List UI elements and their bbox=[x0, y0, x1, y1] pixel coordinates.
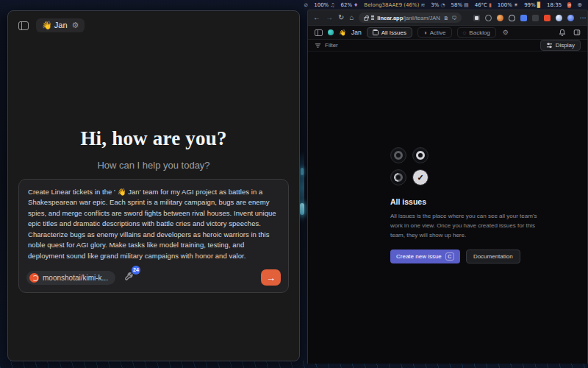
url-path: /janii/team/JANAPP/all bbox=[403, 15, 440, 21]
prompt-toolbar: moonshotai/kimi-k... 24 → bbox=[19, 264, 288, 292]
browser-window: ← → ↻ ⌂ linear.app/janii/team/JANAPP/all… bbox=[307, 10, 588, 364]
brightness-icon: ☀ bbox=[514, 2, 518, 8]
cloud-extension-icon[interactable] bbox=[509, 15, 515, 21]
volume-status: 100% ♫ bbox=[314, 2, 334, 8]
all-issues-empty-state: ✓ All issues All issues is the place whe… bbox=[390, 147, 545, 263]
wifi-status: Belong38AAE9 (46%) ≋ bbox=[364, 2, 425, 8]
wifi-icon: ≋ bbox=[420, 2, 425, 8]
empty-state-description: All issues is the place where you can se… bbox=[390, 212, 545, 240]
filter-bar: Filter Display bbox=[308, 40, 587, 52]
desktop: 👋 Jan ⚙ Hi, how are you? How can I help … bbox=[0, 0, 588, 368]
filter-icon bbox=[315, 43, 321, 49]
documentation-button[interactable]: Documentation bbox=[466, 250, 520, 263]
workspace-avatar[interactable] bbox=[328, 29, 334, 35]
tab-all-issues[interactable]: All Issues bbox=[367, 27, 412, 38]
extensions-row: ⋯ ✕ bbox=[473, 14, 588, 21]
status-in-progress-icon bbox=[390, 169, 406, 185]
welcome-hero: Hi, how are you? How can I help you toda… bbox=[8, 127, 299, 171]
battery-status: 99% ▊ bbox=[524, 2, 541, 8]
reload-button[interactable]: ↻ bbox=[338, 14, 344, 21]
filter-button[interactable]: Filter bbox=[315, 42, 338, 49]
team-name[interactable]: Jan bbox=[351, 29, 362, 36]
tools-button[interactable]: 24 bbox=[124, 271, 134, 284]
overflow-menu-icon[interactable]: ⋯ bbox=[579, 14, 587, 21]
prompt-text[interactable]: Create Linear tickets in the ' 👋 Jan' te… bbox=[19, 180, 288, 264]
wallpaper-glow bbox=[300, 203, 304, 215]
memory-icon: ▤ bbox=[464, 2, 469, 8]
tools-count-badge: 24 bbox=[132, 266, 140, 275]
sphere-extension-icon[interactable] bbox=[556, 15, 562, 21]
screenshot-extension-icon[interactable] bbox=[532, 15, 539, 21]
system-status-bar: ⊘ 100% ♫ 62% ♦ Belong38AAE9 (46%) ≋ 3% ◔… bbox=[304, 0, 588, 10]
wallpaper-glow bbox=[301, 168, 304, 175]
thermometer-icon: ▮ bbox=[489, 2, 492, 8]
status-todo-icon bbox=[412, 147, 429, 163]
dnd-icon[interactable]: ⊘ bbox=[304, 2, 308, 8]
browser-toolbar: ← → ↻ ⌂ linear.app/janii/team/JANAPP/all… bbox=[308, 10, 587, 25]
ghost-extension-icon[interactable] bbox=[567, 15, 574, 21]
assistant-settings-icon[interactable]: ⚙ bbox=[72, 21, 79, 29]
create-new-issue-button[interactable]: Create new issue C bbox=[390, 250, 460, 263]
temperature-status: 46°C ▮ bbox=[475, 2, 492, 8]
mic-icon: ♦ bbox=[354, 2, 358, 8]
ring-extension-icon[interactable] bbox=[485, 15, 492, 21]
model-selector[interactable]: moonshotai/kimi-k... bbox=[26, 271, 115, 285]
prompt-input[interactable]: Create Linear tickets in the ' 👋 Jan' te… bbox=[18, 179, 289, 293]
empty-state-title: All issues bbox=[390, 197, 545, 206]
shortcut-badge: C bbox=[445, 252, 454, 261]
send-arrow-icon: → bbox=[266, 272, 276, 283]
red-extension-icon[interactable] bbox=[544, 15, 551, 21]
linear-sidebar-toggle-icon[interactable] bbox=[315, 29, 323, 36]
linear-app: 👋 Jan All Issues ◑ Active ◌ Backlog ⚙ bbox=[308, 25, 587, 364]
moonshot-logo-icon bbox=[29, 273, 39, 283]
sidebar-toggle-icon[interactable] bbox=[18, 21, 29, 30]
page-doc-icon[interactable]: 🗎 bbox=[443, 15, 448, 21]
home-button[interactable]: ⌂ bbox=[349, 14, 354, 21]
all-issues-icon bbox=[373, 29, 379, 35]
jan-app-window: 👋 Jan ⚙ Hi, how are you? How can I help … bbox=[7, 10, 300, 361]
back-button[interactable]: ← bbox=[313, 14, 320, 21]
clock: 18:35 bbox=[547, 2, 562, 8]
site-extension-icon bbox=[371, 15, 375, 20]
greeting-subtitle: How can I help you today? bbox=[8, 160, 299, 171]
assistant-selector[interactable]: 👋 Jan ⚙ bbox=[36, 18, 85, 32]
send-button[interactable]: → bbox=[261, 269, 281, 286]
url-host: linear.app bbox=[377, 15, 403, 21]
tab-active[interactable]: ◑ Active bbox=[417, 27, 452, 38]
display-button[interactable]: Display bbox=[540, 40, 581, 51]
views-settings-icon[interactable]: ⚙ bbox=[503, 29, 509, 36]
mail-icon[interactable]: ✉ bbox=[567, 2, 571, 8]
forward-button[interactable]: → bbox=[326, 14, 333, 21]
orange-extension-icon[interactable] bbox=[497, 15, 503, 21]
model-name: moonshotai/kimi-k... bbox=[43, 274, 108, 282]
assistant-label: 👋 Jan bbox=[42, 21, 68, 30]
team-emoji: 👋 bbox=[339, 29, 346, 36]
address-bar[interactable]: linear.app/janii/team/JANAPP/all 🗎 🗨 bbox=[359, 13, 462, 23]
tab-backlog[interactable]: ◌ Backlog bbox=[457, 27, 496, 38]
brightness-status: 100% ☀ bbox=[498, 2, 518, 8]
right-panel-icon[interactable] bbox=[573, 29, 581, 36]
battery-icon: ▊ bbox=[537, 2, 541, 8]
status-done-icon: ✓ bbox=[412, 169, 429, 185]
greeting-title: Hi, how are you? bbox=[8, 127, 299, 150]
volume-icon: ♫ bbox=[330, 2, 334, 8]
linear-header: 👋 Jan All Issues ◑ Active ◌ Backlog ⚙ bbox=[308, 26, 587, 40]
active-circle-icon: ◑ bbox=[423, 29, 427, 36]
status-backlog-icon bbox=[390, 147, 406, 163]
lock-icon bbox=[364, 17, 368, 21]
notifications-bell-icon[interactable] bbox=[559, 29, 566, 36]
cpu-icon: ◔ bbox=[440, 2, 445, 8]
jan-topbar: 👋 Jan ⚙ bbox=[8, 11, 299, 32]
page-chat-icon[interactable]: 🗨 bbox=[451, 15, 456, 21]
display-sliders-icon bbox=[546, 43, 553, 49]
reader-extension-icon[interactable] bbox=[473, 15, 480, 21]
issue-status-icons: ✓ bbox=[390, 147, 433, 188]
chat-extension-icon[interactable] bbox=[520, 15, 527, 21]
mic-status: 62% ♦ bbox=[341, 2, 359, 8]
globe-icon[interactable]: ⊕ bbox=[577, 1, 582, 8]
backlog-circle-icon: ◌ bbox=[463, 29, 467, 36]
memory-status: 58% ▤ bbox=[451, 2, 468, 8]
cpu-status: 3% ◔ bbox=[431, 2, 445, 8]
